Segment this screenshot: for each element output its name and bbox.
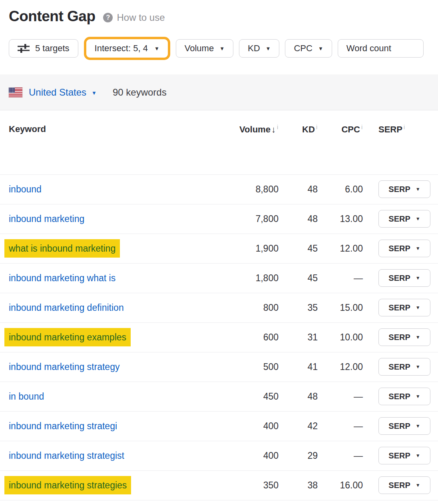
intersect-highlight-ring: Intersect: 5, 4 ▼ bbox=[84, 37, 170, 60]
serp-button-label: SERP bbox=[388, 274, 410, 283]
us-flag-icon bbox=[9, 88, 22, 97]
chevron-down-icon: ▼ bbox=[416, 483, 420, 488]
kd-filter-label: KD bbox=[248, 43, 260, 54]
serp-button[interactable]: SERP ▼ bbox=[378, 388, 430, 405]
chevron-down-icon: ▼ bbox=[416, 246, 420, 251]
serp-button[interactable]: SERP ▼ bbox=[378, 210, 430, 228]
table-header-row: Keyword Volume↓i KDi CPCi SERPi bbox=[0, 110, 438, 174]
content-gap-page: Content Gap ? How to use 5 targets Inter… bbox=[0, 0, 438, 504]
volume-filter-button[interactable]: Volume ▼ bbox=[176, 39, 233, 58]
table-row: inbound 8,800 48 6.00 SERP ▼ bbox=[0, 174, 438, 204]
cpc-cell: — bbox=[318, 441, 363, 470]
serp-button[interactable]: SERP ▼ bbox=[378, 269, 430, 287]
keyword-link[interactable]: in bound bbox=[9, 391, 44, 402]
serp-button-label: SERP bbox=[388, 362, 410, 372]
cpc-cell: 12.00 bbox=[318, 352, 363, 382]
column-header-keyword: Keyword bbox=[0, 110, 231, 174]
chevron-down-icon: ▼ bbox=[416, 187, 420, 192]
chevron-down-icon: ▼ bbox=[416, 364, 420, 369]
word-count-filter-label: Word count bbox=[346, 43, 391, 54]
serp-button[interactable]: SERP ▼ bbox=[378, 180, 430, 198]
column-header-volume[interactable]: Volume↓i bbox=[231, 110, 279, 174]
kd-cell: 38 bbox=[279, 470, 318, 500]
column-header-serp: SERPi bbox=[363, 110, 438, 174]
volume-cell: 500 bbox=[231, 352, 279, 382]
volume-cell: 400 bbox=[231, 411, 279, 441]
cpc-cell: — bbox=[318, 411, 363, 441]
keyword-table: Keyword Volume↓i KDi CPCi SERPi inbound … bbox=[0, 110, 438, 500]
keyword-link[interactable]: what is inbound marketing bbox=[4, 239, 120, 258]
how-to-use-link[interactable]: ? How to use bbox=[103, 12, 165, 23]
word-count-filter-button[interactable]: Word count bbox=[338, 39, 424, 58]
volume-cell: 800 bbox=[231, 293, 279, 322]
cpc-cell: 6.00 bbox=[318, 174, 363, 204]
cpc-filter-label: CPC bbox=[294, 43, 312, 54]
keyword-link[interactable]: inbound marketing bbox=[9, 214, 84, 224]
chevron-down-icon: ▼ bbox=[416, 394, 420, 399]
serp-button-label: SERP bbox=[388, 185, 410, 194]
serp-header-label: SERP bbox=[378, 124, 402, 134]
keyword-link[interactable]: inbound marketing strategist bbox=[9, 450, 124, 461]
cpc-header-label: CPC bbox=[341, 124, 360, 134]
serp-button-label: SERP bbox=[388, 303, 410, 312]
filter-toolbar: 5 targets Intersect: 5, 4 ▼ Volume ▼ KD … bbox=[9, 37, 438, 60]
country-bar: United States ▼ 90 keywords bbox=[0, 74, 438, 110]
info-icon: i bbox=[277, 124, 278, 130]
keyword-link[interactable]: inbound marketing strategy bbox=[9, 362, 119, 372]
chevron-down-icon: ▼ bbox=[219, 46, 225, 51]
column-header-cpc[interactable]: CPCi bbox=[318, 110, 363, 174]
serp-button[interactable]: SERP ▼ bbox=[378, 328, 430, 346]
info-icon: i bbox=[404, 124, 405, 130]
serp-button-label: SERP bbox=[388, 392, 410, 401]
serp-button-label: SERP bbox=[388, 333, 410, 342]
cpc-cell: 13.00 bbox=[318, 204, 363, 234]
kd-cell: 48 bbox=[279, 204, 318, 234]
table-row: inbound marketing strategies 350 38 16.0… bbox=[0, 470, 438, 500]
serp-button[interactable]: SERP ▼ bbox=[378, 299, 430, 316]
volume-cell: 1,900 bbox=[231, 234, 279, 263]
keyword-link[interactable]: inbound marketing definition bbox=[9, 302, 124, 313]
table-row: inbound marketing strategy 500 41 12.00 … bbox=[0, 352, 438, 382]
cpc-cell: 15.00 bbox=[318, 293, 363, 322]
keyword-link[interactable]: inbound marketing what is bbox=[9, 273, 115, 283]
table-row: inbound marketing what is 1,800 45 — SER… bbox=[0, 263, 438, 293]
serp-button-label: SERP bbox=[388, 481, 410, 490]
keyword-link[interactable]: inbound bbox=[9, 184, 42, 194]
kd-cell: 29 bbox=[279, 441, 318, 470]
intersect-button[interactable]: Intersect: 5, 4 ▼ bbox=[86, 39, 168, 58]
chevron-down-icon: ▼ bbox=[416, 453, 420, 458]
chevron-down-icon: ▼ bbox=[318, 46, 323, 51]
serp-button[interactable]: SERP ▼ bbox=[378, 447, 430, 464]
keyword-count: 90 keywords bbox=[113, 87, 167, 98]
chevron-down-icon: ▼ bbox=[416, 216, 420, 221]
keyword-table-body: inbound 8,800 48 6.00 SERP ▼ inbound mar… bbox=[0, 174, 438, 500]
how-to-use-label: How to use bbox=[117, 12, 165, 23]
chevron-down-icon: ▼ bbox=[92, 90, 97, 96]
kd-filter-button[interactable]: KD ▼ bbox=[239, 39, 279, 58]
volume-cell: 450 bbox=[231, 382, 279, 411]
serp-button[interactable]: SERP ▼ bbox=[378, 476, 430, 494]
kd-cell: 48 bbox=[279, 382, 318, 411]
cpc-cell: — bbox=[318, 263, 363, 293]
serp-button-label: SERP bbox=[388, 451, 410, 460]
chevron-down-icon: ▼ bbox=[416, 424, 420, 428]
page-header: Content Gap ? How to use bbox=[0, 0, 438, 25]
column-header-kd[interactable]: KDi bbox=[279, 110, 318, 174]
serp-button[interactable]: SERP ▼ bbox=[378, 417, 430, 435]
targets-button[interactable]: 5 targets bbox=[9, 39, 78, 58]
country-dropdown[interactable]: United States ▼ bbox=[29, 87, 97, 98]
keyword-link[interactable]: inbound marketing strategi bbox=[9, 421, 117, 431]
keyword-link[interactable]: inbound marketing examples bbox=[4, 328, 131, 346]
serp-button[interactable]: SERP ▼ bbox=[378, 240, 430, 257]
cpc-cell: 16.00 bbox=[318, 470, 363, 500]
volume-cell: 8,800 bbox=[231, 174, 279, 204]
table-row: inbound marketing strategi 400 42 — SERP… bbox=[0, 411, 438, 441]
cpc-filter-button[interactable]: CPC ▼ bbox=[285, 39, 332, 58]
page-title: Content Gap bbox=[9, 8, 95, 25]
serp-button-label: SERP bbox=[388, 214, 410, 224]
keyword-link[interactable]: inbound marketing strategies bbox=[4, 476, 131, 494]
serp-button[interactable]: SERP ▼ bbox=[378, 358, 430, 376]
kd-cell: 45 bbox=[279, 234, 318, 263]
volume-cell: 1,800 bbox=[231, 263, 279, 293]
country-label: United States bbox=[29, 87, 86, 98]
